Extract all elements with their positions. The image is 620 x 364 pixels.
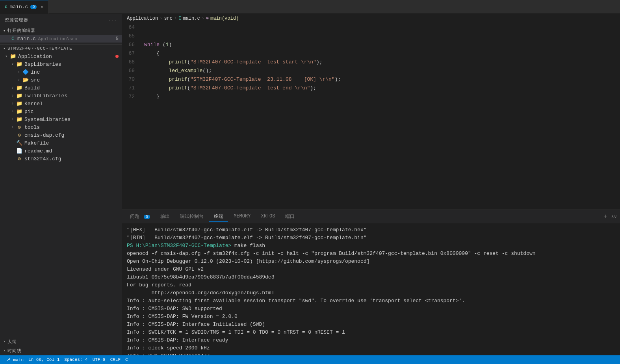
code-token: ); bbox=[316, 59, 323, 65]
chevron-icon: › bbox=[9, 110, 16, 114]
tree-item-label: Kernel bbox=[24, 101, 43, 107]
code-token: ); bbox=[335, 76, 341, 82]
status-branch[interactable]: ⎇ main bbox=[3, 357, 26, 362]
project-header[interactable]: ▾ STM32F407-GCC-TEMPLATE bbox=[0, 45, 122, 52]
tree-item-bsplibraries[interactable]: ▾ 📁 BspLibraries bbox=[0, 60, 122, 68]
memory-label: MEMORY bbox=[234, 214, 251, 219]
code-token: ( bbox=[160, 42, 166, 48]
panel-more-button[interactable]: ∧∨ bbox=[611, 214, 617, 220]
code-editor[interactable]: 646566676869707172 while (1) { printf("S… bbox=[122, 23, 620, 210]
breadcrumb: Application › src › C main.c › ⊕ main(vo… bbox=[122, 14, 620, 23]
status-language[interactable]: C bbox=[123, 357, 130, 362]
code-token: "STM32F407-GCC-Template test start \r\n" bbox=[190, 59, 316, 65]
cfg-file-icon: ⚙ bbox=[16, 156, 23, 162]
tree-item-stm32f4x-cfg[interactable]: ⚙ stm32f4x.cfg bbox=[0, 155, 122, 163]
chevron-icon: › bbox=[9, 86, 16, 90]
open-editors-header[interactable]: ▾ 打开的编辑器 bbox=[0, 26, 122, 35]
tree-item-label: SystemLibraries bbox=[24, 117, 71, 123]
tab-main-c[interactable]: C main.c 5 ✕ bbox=[0, 0, 48, 14]
code-token: } bbox=[144, 94, 160, 100]
folder-icon: 📁 bbox=[16, 93, 23, 99]
code-token: printf bbox=[169, 85, 187, 91]
tab-xrtos[interactable]: XRTOS bbox=[256, 212, 280, 221]
command: make flash bbox=[234, 243, 265, 249]
problems-label: 问题 bbox=[130, 214, 139, 219]
chevron-icon: › bbox=[9, 125, 16, 130]
tree-item-cmsis-dap-cfg[interactable]: ⚙ cmsis-dap.cfg bbox=[0, 131, 122, 139]
terminal-line: Info : CMSIS-DAP: FW Version = 2.0.0 bbox=[127, 313, 615, 321]
chevron-icon: › bbox=[9, 117, 16, 122]
tree-item-pic[interactable]: › 📁 pic bbox=[0, 108, 122, 115]
chevron-icon: › bbox=[9, 94, 16, 98]
open-file-path: Application\src bbox=[38, 37, 77, 41]
explorer-header: 资源管理器 ··· bbox=[0, 14, 122, 26]
main-layout: 资源管理器 ··· ▾ 打开的编辑器 C main.c Application\… bbox=[0, 14, 620, 355]
tree-item-kernel[interactable]: › 📁 Kernel bbox=[0, 100, 122, 108]
debug-console-label: 调试控制台 bbox=[180, 214, 204, 219]
status-spaces[interactable]: Spaces: 4 bbox=[62, 357, 90, 362]
tab-close-button[interactable]: ✕ bbox=[41, 4, 43, 9]
folder-icon: 📁 bbox=[16, 108, 23, 115]
line-number: 67 bbox=[128, 49, 135, 58]
breadcrumb-src: src bbox=[164, 16, 173, 21]
terminal-line: For bug reports, read bbox=[127, 281, 615, 289]
open-file-main-c[interactable]: C main.c Application\src 5 bbox=[0, 35, 122, 43]
code-line: led_example(); bbox=[144, 67, 620, 75]
chevron-right-icon: › bbox=[3, 340, 6, 344]
chevron-down-icon: ▾ bbox=[3, 28, 6, 33]
code-line bbox=[144, 23, 620, 32]
terminal-line: openocd -f cmsis-dap.cfg -f stm32f4x.cfg… bbox=[127, 250, 615, 258]
code-line bbox=[144, 32, 620, 41]
folder-icon: 📁 bbox=[16, 100, 23, 107]
terminal-line: Info : auto-selecting first available se… bbox=[127, 297, 615, 305]
breadcrumb-sep2: › bbox=[174, 16, 177, 21]
code-token: while bbox=[144, 42, 160, 48]
panel-add-button[interactable]: + bbox=[603, 213, 607, 220]
status-encoding[interactable]: UTF-8 bbox=[90, 357, 108, 362]
line-number: 71 bbox=[128, 84, 135, 93]
tree-item-label: Build bbox=[24, 85, 40, 91]
tree-item-label: FwlibLibraries bbox=[24, 93, 67, 99]
terminal-line: Licensed under GNU GPL v2 bbox=[127, 266, 615, 273]
status-eol[interactable]: CRLF bbox=[108, 357, 123, 362]
tree-item-application[interactable]: ▾ 📁 Application bbox=[0, 52, 122, 60]
outline-header[interactable]: › 大纲 bbox=[0, 337, 122, 346]
tab-problems[interactable]: 问题 5 bbox=[125, 212, 155, 222]
tree-item-build[interactable]: › 📁 Build bbox=[0, 84, 122, 92]
tree-item-inc[interactable]: › 🔷 inc bbox=[0, 68, 122, 76]
tab-bar: C main.c 5 ✕ bbox=[0, 0, 620, 14]
terminal-line: Info : CMSIS-DAP: SWD supported bbox=[127, 305, 615, 313]
tree-item-systemlibraries[interactable]: › 📁 SystemLibraries bbox=[0, 115, 122, 123]
tree-item-makefile[interactable]: 🔨 Makefile bbox=[0, 139, 122, 147]
tab-output[interactable]: 输出 bbox=[156, 212, 174, 222]
explorer-header-dots[interactable]: ··· bbox=[108, 18, 117, 22]
code-token bbox=[144, 76, 169, 82]
tab-memory[interactable]: MEMORY bbox=[229, 212, 255, 221]
breadcrumb-sep3: › bbox=[202, 16, 204, 21]
output-label: 输出 bbox=[160, 214, 170, 219]
tree-item-fwliblibraries[interactable]: › 📁 FwlibLibraries bbox=[0, 92, 122, 100]
open-file-name: main.c bbox=[17, 36, 36, 42]
code-token bbox=[144, 59, 169, 65]
tab-port[interactable]: 端口 bbox=[280, 212, 299, 222]
tree-item-src[interactable]: › 📂 src bbox=[0, 76, 122, 84]
code-token: led_example bbox=[169, 68, 202, 74]
c-file-icon: C bbox=[9, 36, 17, 42]
status-position[interactable]: Ln 66, Col 1 bbox=[26, 357, 62, 362]
code-token: printf bbox=[169, 59, 187, 65]
line-number: 72 bbox=[128, 93, 135, 101]
tree-item-readme-md[interactable]: 📄 readme.md bbox=[0, 147, 122, 155]
terminal-line: libusb1 09e75e98b4d9ea7909e8837b7a3f00dd… bbox=[127, 273, 615, 281]
terminal-output[interactable]: "[HEX] Build/stm32f407-gcc-template.elf … bbox=[122, 224, 620, 355]
tree-item-label: inc bbox=[31, 69, 40, 75]
tab-terminal[interactable]: 终端 bbox=[209, 212, 228, 222]
line-number: 69 bbox=[128, 67, 135, 75]
timeline-header[interactable]: › 时间线 bbox=[0, 346, 122, 355]
tree-item-tools[interactable]: › ⚙️ tools bbox=[0, 123, 122, 131]
code-content[interactable]: while (1) { printf("STM32F407-GCC-Templa… bbox=[141, 23, 620, 210]
chevron-icon: › bbox=[16, 70, 22, 74]
sidebar-bottom: › 大纲 › 时间线 bbox=[0, 337, 122, 355]
port-label: 端口 bbox=[285, 214, 295, 219]
tab-debug-console[interactable]: 调试控制台 bbox=[175, 212, 208, 222]
terminal-line: "[HEX] Build/stm32f407-gcc-template.elf … bbox=[127, 226, 615, 234]
